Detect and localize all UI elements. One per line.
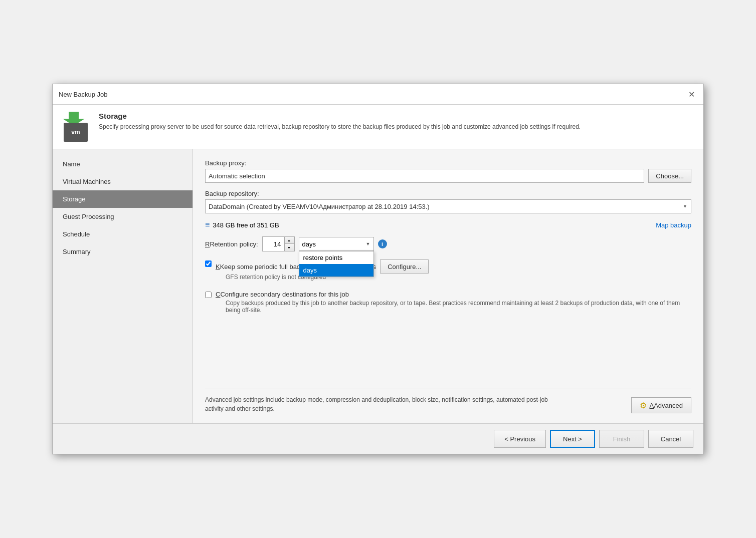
backup-repository-group: Backup repository: DataDomain (Created b… bbox=[205, 190, 691, 213]
main-content: Backup proxy: Choose... Backup repositor… bbox=[193, 149, 703, 423]
database-icon: ≡ bbox=[205, 220, 210, 229]
sidebar-item-summary[interactable]: Summary bbox=[53, 243, 193, 260]
sidebar-item-storage[interactable]: Storage bbox=[53, 190, 193, 208]
storage-info-left: ≡ 348 GB free of 351 GB bbox=[205, 220, 279, 229]
header-description: Specify processing proxy server to be us… bbox=[99, 122, 581, 131]
sidebar-item-guest-processing[interactable]: Guest Processing bbox=[53, 208, 193, 225]
dialog-title: New Backup Job bbox=[59, 91, 108, 98]
backup-proxy-choose-button[interactable]: Choose... bbox=[648, 169, 691, 183]
sidebar-item-name[interactable]: Name bbox=[53, 155, 193, 173]
advanced-button[interactable]: ⚙ AAdvanced bbox=[631, 397, 692, 413]
backup-proxy-input-row: Choose... bbox=[205, 169, 691, 183]
secondary-destinations-label: CConfigure secondary destinations for th… bbox=[216, 291, 691, 298]
advanced-button-label: AAdvanced bbox=[650, 402, 683, 409]
backup-repository-select[interactable]: DataDomain (Created by VEEAMV10\Админист… bbox=[205, 199, 691, 213]
info-icon[interactable]: i bbox=[378, 239, 387, 248]
next-button[interactable]: Next > bbox=[550, 430, 595, 448]
sidebar-item-schedule[interactable]: Schedule bbox=[53, 225, 193, 243]
storage-info: ≡ 348 GB free of 351 GB Map backup bbox=[205, 220, 691, 229]
previous-label: < Previous bbox=[504, 435, 535, 443]
retention-row: RRetention policy: ▲ ▼ days ▼ bbox=[205, 236, 691, 251]
retention-spin-down[interactable]: ▼ bbox=[285, 244, 294, 251]
retention-unit-dropdown[interactable]: days ▼ bbox=[299, 237, 374, 251]
finish-button: Finish bbox=[599, 430, 644, 448]
cancel-label: Cancel bbox=[661, 435, 681, 443]
sidebar-item-virtual-machines[interactable]: Virtual Machines bbox=[53, 173, 193, 190]
retention-unit-current: days bbox=[302, 240, 316, 248]
body-area: Name Virtual Machines Storage Guest Proc… bbox=[53, 149, 703, 423]
secondary-destinations-checkbox[interactable] bbox=[205, 292, 212, 298]
dropdown-arrow-icon: ▼ bbox=[366, 241, 370, 246]
title-bar: New Backup Job ✕ bbox=[53, 84, 703, 105]
retention-number-input[interactable] bbox=[263, 237, 285, 251]
header-title: Storage bbox=[99, 112, 581, 120]
backup-proxy-label: Backup proxy: bbox=[205, 159, 691, 167]
storage-free-text: 348 GB free of 351 GB bbox=[213, 221, 279, 229]
close-button[interactable]: ✕ bbox=[685, 88, 697, 100]
footer: < Previous Next > Finish Cancel bbox=[53, 423, 703, 454]
finish-label: Finish bbox=[613, 435, 631, 443]
option-days[interactable]: days bbox=[299, 264, 373, 277]
content-spacer bbox=[205, 319, 691, 379]
retention-unit-wrapper: days ▼ restore points days bbox=[299, 237, 374, 251]
retention-label: RRetention policy: bbox=[205, 240, 258, 248]
retention-spin-up[interactable]: ▲ bbox=[285, 237, 294, 244]
new-backup-job-dialog: New Backup Job ✕ vm Storage Specify proc… bbox=[52, 84, 704, 454]
storage-icon: vm bbox=[61, 112, 91, 142]
gear-icon: ⚙ bbox=[640, 401, 647, 410]
secondary-destinations-row: CConfigure secondary destinations for th… bbox=[205, 291, 691, 314]
keep-periodic-checkbox[interactable] bbox=[205, 260, 212, 267]
header-text: Storage Specify processing proxy server … bbox=[99, 112, 581, 131]
map-backup-link[interactable]: Map backup bbox=[656, 221, 691, 229]
previous-button[interactable]: < Previous bbox=[494, 430, 546, 448]
backup-proxy-group: Backup proxy: Choose... bbox=[205, 159, 691, 183]
retention-spinner: ▲ ▼ bbox=[285, 237, 294, 251]
configure-button[interactable]: Configure... bbox=[380, 259, 429, 274]
keep-periodic-row: KKeep some periodic full backups for arc… bbox=[205, 259, 691, 288]
backup-repository-label: Backup repository: bbox=[205, 190, 691, 197]
advanced-description: Advanced job settings include backup mod… bbox=[205, 395, 566, 413]
backup-repository-select-wrapper: DataDomain (Created by VEEAMV10\Админист… bbox=[205, 199, 691, 213]
vm-icon: vm bbox=[64, 123, 88, 142]
retention-unit-popup: restore points days bbox=[299, 251, 374, 277]
advanced-section: Advanced job settings include backup mod… bbox=[205, 389, 691, 413]
secondary-destinations-desc: Copy backups produced by this job to ano… bbox=[226, 300, 691, 314]
option-restore-points[interactable]: restore points bbox=[299, 251, 373, 264]
cancel-button[interactable]: Cancel bbox=[648, 430, 693, 448]
backup-proxy-input[interactable] bbox=[205, 169, 644, 183]
header-area: vm Storage Specify processing proxy serv… bbox=[53, 105, 703, 149]
sidebar: Name Virtual Machines Storage Guest Proc… bbox=[53, 149, 193, 423]
next-label: Next > bbox=[563, 435, 582, 443]
retention-input-group: ▲ ▼ bbox=[262, 236, 295, 251]
